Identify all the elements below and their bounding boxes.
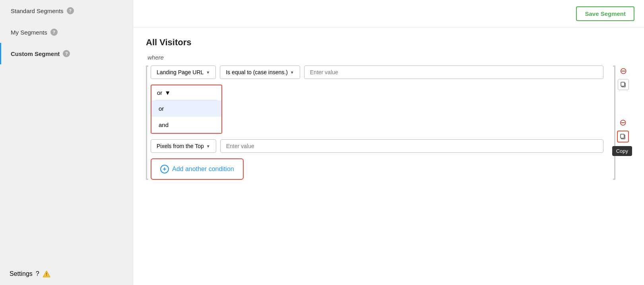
value-input-2[interactable] bbox=[220, 139, 603, 153]
save-segment-button[interactable]: Save Segment bbox=[576, 6, 634, 21]
remove-condition-1-button[interactable]: ⊖ bbox=[618, 65, 629, 77]
copy-tooltip: Copy bbox=[612, 146, 632, 156]
operator-dropdown-1-label: Is equal to (case insens.) bbox=[226, 69, 288, 75]
help-icon: ? bbox=[67, 7, 74, 14]
conditions-inner: Landing Page URL ▼ Is equal to (case ins… bbox=[151, 65, 631, 180]
copy-condition-1-button[interactable] bbox=[618, 79, 629, 90]
copy-condition-2-button[interactable]: Copy bbox=[617, 131, 629, 142]
where-label: where bbox=[147, 54, 631, 61]
or-dropdown-box: or ▼ or and bbox=[151, 85, 222, 134]
value-input-1[interactable] bbox=[304, 65, 603, 79]
sidebar-item-standard-segments[interactable]: Standard Segments ? bbox=[0, 0, 133, 21]
field-dropdown-1-label: Landing Page URL bbox=[157, 69, 204, 75]
or-selected-label: or bbox=[157, 89, 162, 96]
condition-row-2: Pixels from the Top ▼ bbox=[151, 139, 603, 153]
or-option-or[interactable]: or bbox=[151, 100, 221, 117]
conditions-wrapper: Landing Page URL ▼ Is equal to (case ins… bbox=[146, 65, 631, 180]
add-condition-label: Add another condition bbox=[172, 166, 234, 173]
sidebar-item-label: Custom Segment bbox=[11, 50, 60, 57]
metric-dropdown-2-label: Pixels from the Top bbox=[157, 143, 204, 149]
svg-text:!: ! bbox=[46, 272, 47, 277]
sidebar-bottom: Settings ? ! bbox=[0, 263, 133, 285]
sidebar-item-label: My Segments bbox=[11, 29, 47, 36]
bracket-right bbox=[613, 65, 615, 180]
or-dropdown-toggle[interactable]: or ▼ bbox=[151, 85, 221, 100]
metric-dropdown-2[interactable]: Pixels from the Top ▼ bbox=[151, 139, 216, 153]
field-dropdown-1[interactable]: Landing Page URL ▼ bbox=[151, 65, 216, 79]
row1-actions: ⊖ bbox=[618, 65, 629, 90]
help-icon: ? bbox=[63, 50, 70, 57]
sidebar-item-label: Standard Segments bbox=[11, 8, 64, 14]
sidebar-item-my-segments[interactable]: My Segments ? bbox=[0, 21, 133, 43]
operator-dropdown-1[interactable]: Is equal to (case insens.) ▼ bbox=[220, 65, 300, 79]
settings-help-icon: ? bbox=[36, 270, 39, 277]
help-icon: ? bbox=[50, 29, 58, 36]
svg-rect-5 bbox=[621, 134, 624, 138]
metric-dropdown-2-arrow: ▼ bbox=[206, 144, 210, 148]
sidebar-item-custom-segment[interactable]: Custom Segment ? bbox=[0, 43, 133, 64]
field-dropdown-1-arrow: ▼ bbox=[206, 70, 210, 75]
main-header: Save Segment bbox=[133, 0, 644, 28]
condition-row-1: Landing Page URL ▼ Is equal to (case ins… bbox=[151, 65, 603, 79]
warning-icon: ! bbox=[43, 270, 50, 278]
sidebar: Standard Segments ? My Segments ? Custom… bbox=[0, 0, 133, 285]
add-icon: + bbox=[160, 165, 169, 173]
bracket-left bbox=[146, 65, 148, 180]
svg-rect-3 bbox=[621, 82, 625, 86]
or-option-and[interactable]: and bbox=[151, 117, 221, 133]
row2-actions: ⊖ Copy bbox=[617, 117, 629, 142]
operator-dropdown-1-arrow: ▼ bbox=[290, 70, 294, 75]
page-title: All Visitors bbox=[146, 37, 631, 48]
or-dropdown-container: or ▼ or and bbox=[151, 85, 603, 134]
add-condition-button[interactable]: + Add another condition bbox=[151, 158, 244, 180]
main-body: All Visitors where Landing Page URL ▼ Is… bbox=[133, 28, 644, 285]
settings-label: Settings bbox=[10, 270, 33, 277]
remove-condition-2-button[interactable]: ⊖ bbox=[617, 117, 628, 128]
main-content: Save Segment All Visitors where Landing … bbox=[133, 0, 644, 285]
or-dropdown-options: or and bbox=[151, 100, 221, 133]
or-dropdown-arrow: ▼ bbox=[165, 89, 171, 96]
